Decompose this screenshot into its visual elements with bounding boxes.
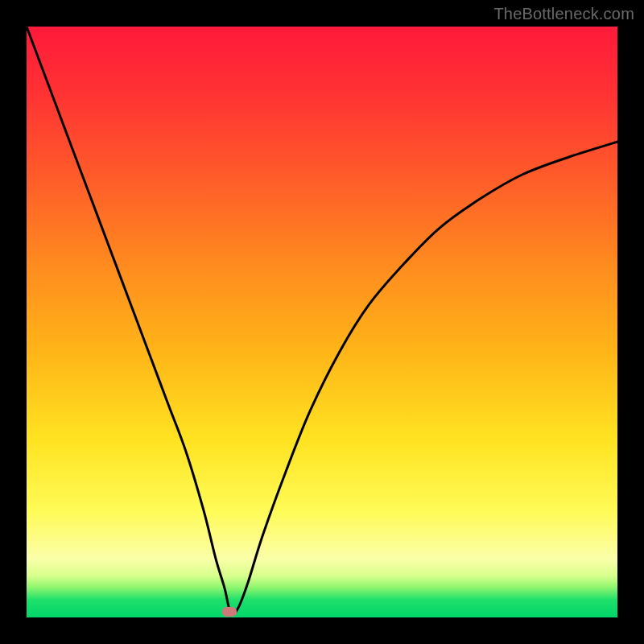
chart-frame: TheBottleneck.com <box>0 0 644 644</box>
optimum-marker <box>222 607 237 617</box>
bottleneck-curve <box>27 27 617 614</box>
curve-svg <box>27 27 617 617</box>
branding-watermark: TheBottleneck.com <box>493 5 634 23</box>
plot-area <box>27 27 617 617</box>
